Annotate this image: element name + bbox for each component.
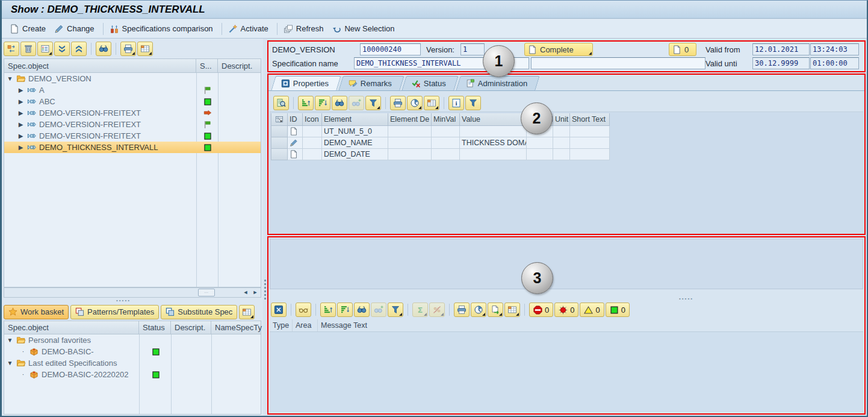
- valid-from-time-field[interactable]: 13:24:03: [810, 43, 859, 55]
- row-selector[interactable]: [271, 126, 288, 137]
- column-header-id[interactable]: ID: [288, 113, 303, 126]
- tree-row-demo-basic-20220202[interactable]: ·DEMO-BASIC-20220202: [4, 369, 261, 380]
- expander-open-icon[interactable]: ▼: [7, 337, 13, 343]
- sum-button[interactable]: [412, 303, 428, 317]
- column-header-value[interactable]: Value: [460, 113, 527, 126]
- find-next-button[interactable]: [349, 96, 364, 110]
- tree-row-demo-thickness-intervall-selected[interactable]: ▶DEMO_THICKNESS_INTERVALL: [4, 142, 261, 153]
- sort-descending-button[interactable]: [337, 303, 353, 317]
- tree-row-last-edited[interactable]: ▼Last edited Specifications: [4, 357, 261, 369]
- display-button[interactable]: [296, 303, 311, 317]
- find-next-button[interactable]: [371, 303, 386, 317]
- views-button[interactable]: [407, 96, 423, 110]
- tree-row-demo-basic[interactable]: ·DEMO-BASIC-: [4, 346, 261, 357]
- tree-row-a[interactable]: ▶A: [4, 84, 261, 96]
- valid-until-time-field[interactable]: 01:00:00: [810, 57, 859, 69]
- column-header-message-text[interactable]: Message Text: [318, 319, 384, 331]
- sort-ascending-button[interactable]: [298, 96, 314, 110]
- subtotal-button[interactable]: [429, 303, 445, 317]
- column-header-unit[interactable]: Unit: [553, 113, 570, 126]
- patterns-templates-button[interactable]: Patterns/Templates: [70, 305, 159, 319]
- column-header-namespecty[interactable]: NameSpecTy: [211, 321, 261, 334]
- properties-row-demo-date[interactable]: DEMO_DATE: [271, 149, 610, 160]
- expand-all-button[interactable]: [54, 42, 70, 56]
- collapse-all-button[interactable]: [71, 42, 87, 56]
- version-field[interactable]: 1: [460, 43, 485, 55]
- spec-name-field-2[interactable]: [531, 57, 705, 69]
- horizontal-scrollbar[interactable]: ⋯ ◄ ►: [4, 287, 261, 298]
- specifications-comparison-button[interactable]: Specifications comparison: [107, 22, 219, 36]
- delete-button[interactable]: [20, 42, 36, 56]
- status-complete-button[interactable]: Complete: [524, 43, 593, 56]
- properties-row-ut-num-5-0[interactable]: UT_NUM_5_0: [271, 126, 610, 137]
- find-button[interactable]: [354, 303, 370, 317]
- column-header-status[interactable]: S...: [196, 58, 218, 73]
- activate-button[interactable]: Activate: [225, 22, 274, 36]
- scrollbar-thumb[interactable]: ⋯: [198, 289, 215, 296]
- error-count-button[interactable]: 0: [554, 303, 578, 317]
- tree-row-freitext-1[interactable]: ▶DEMO-VERSION-FREITEXT: [4, 107, 261, 119]
- column-header-icon[interactable]: Icon: [303, 113, 322, 126]
- change-button[interactable]: Change: [51, 22, 100, 36]
- tree-row-freitext-2[interactable]: ▶DEMO-VERSION-FREITEXT: [4, 119, 261, 130]
- column-header-short-text[interactable]: Short Text: [570, 113, 610, 126]
- column-header-minval[interactable]: MinVal: [432, 113, 460, 126]
- tree-row-demo-version[interactable]: ▼DEMO_VERSION: [4, 73, 261, 84]
- tree-row-abc[interactable]: ▶ABC: [4, 96, 261, 107]
- layout-button[interactable]: [137, 42, 153, 56]
- column-header-description[interactable]: Descript.: [171, 321, 211, 334]
- valid-from-date-field[interactable]: 12.01.2021: [752, 43, 810, 55]
- layout-button[interactable]: [504, 303, 520, 317]
- sort-ascending-button[interactable]: [320, 303, 336, 317]
- tree-row-personal-favorites[interactable]: ▼Personal favorites: [4, 334, 261, 346]
- expander-closed-icon[interactable]: ▶: [17, 133, 24, 139]
- column-header-spec-object[interactable]: Spec.object: [4, 58, 196, 73]
- document-count-button[interactable]: 0: [669, 43, 696, 56]
- refresh-button[interactable]: Refresh: [281, 22, 329, 36]
- close-button[interactable]: [271, 303, 287, 317]
- layout-button[interactable]: [424, 96, 439, 110]
- tab-properties[interactable]: Properties: [271, 76, 341, 90]
- layout-button[interactable]: [239, 305, 255, 319]
- column-header-element[interactable]: Element: [322, 113, 388, 126]
- expander-open-icon[interactable]: ▼: [7, 75, 13, 82]
- column-header-spec-object[interactable]: Spec.object: [4, 321, 139, 334]
- row-selector[interactable]: [271, 137, 288, 149]
- column-header-area[interactable]: Area: [293, 319, 318, 331]
- row-selector-header[interactable]: [271, 113, 288, 126]
- expander-closed-icon[interactable]: ▶: [17, 98, 24, 105]
- horizontal-splitter[interactable]: •••••: [2, 298, 263, 303]
- row-selector[interactable]: [271, 149, 288, 160]
- expander-open-icon[interactable]: ▼: [7, 360, 13, 366]
- print-button[interactable]: [454, 303, 470, 317]
- reassign-button[interactable]: [4, 42, 19, 56]
- scroll-right-arrow[interactable]: ►: [251, 289, 259, 296]
- print-button[interactable]: [390, 96, 406, 110]
- expander-closed-icon[interactable]: ▶: [17, 144, 24, 151]
- filter-button[interactable]: [365, 96, 381, 110]
- filter-button[interactable]: [388, 303, 403, 317]
- expander-closed-icon[interactable]: ▶: [17, 87, 24, 93]
- column-header-type[interactable]: Type: [270, 319, 293, 331]
- set-filter-button[interactable]: [465, 96, 481, 110]
- tab-status[interactable]: Status: [402, 76, 459, 90]
- vertical-splitter[interactable]: [263, 39, 267, 416]
- export-button[interactable]: [488, 303, 503, 317]
- column-header-element-de[interactable]: Element De: [388, 113, 432, 126]
- tab-administration[interactable]: Administration: [456, 76, 540, 90]
- scroll-left-arrow[interactable]: ◄: [241, 289, 250, 296]
- warning-count-button[interactable]: 0: [580, 303, 604, 317]
- find-button[interactable]: [332, 96, 347, 110]
- list-settings-button[interactable]: [37, 42, 53, 56]
- column-header-status[interactable]: Status: [139, 321, 171, 334]
- work-basket-button[interactable]: Work basket: [4, 305, 69, 319]
- column-header-description[interactable]: Descript.: [218, 58, 261, 73]
- detail-button[interactable]: [273, 96, 289, 110]
- new-selection-button[interactable]: New Selection: [329, 22, 400, 36]
- info-button[interactable]: [448, 96, 464, 110]
- print-button[interactable]: [120, 42, 136, 56]
- tree-row-freitext-3[interactable]: ▶DEMO-VERSION-FREITEXT: [4, 130, 261, 142]
- properties-row-demo-name[interactable]: DEMO_NAME THICKNESS DOMAIN: [271, 137, 610, 149]
- abort-count-button[interactable]: 0: [529, 303, 553, 317]
- substitute-spec-button[interactable]: Substitute Spec: [161, 305, 237, 319]
